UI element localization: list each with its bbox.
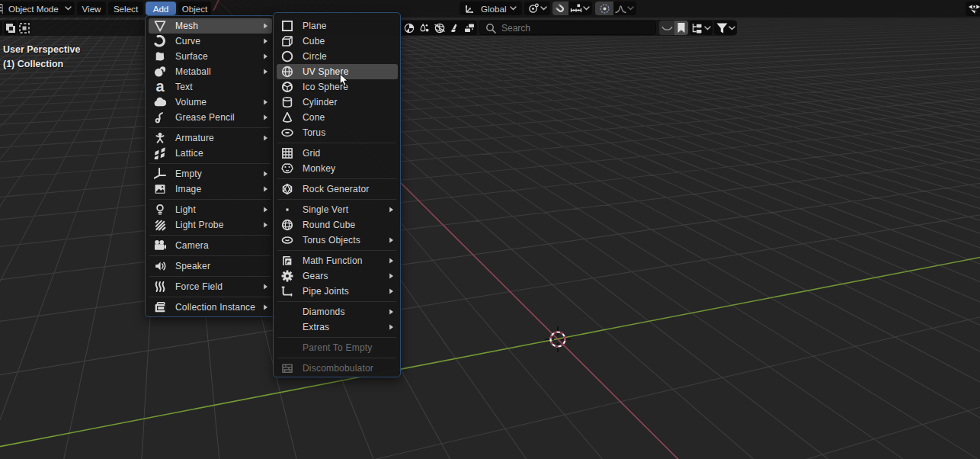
svg-text:a: a: [155, 81, 165, 93]
